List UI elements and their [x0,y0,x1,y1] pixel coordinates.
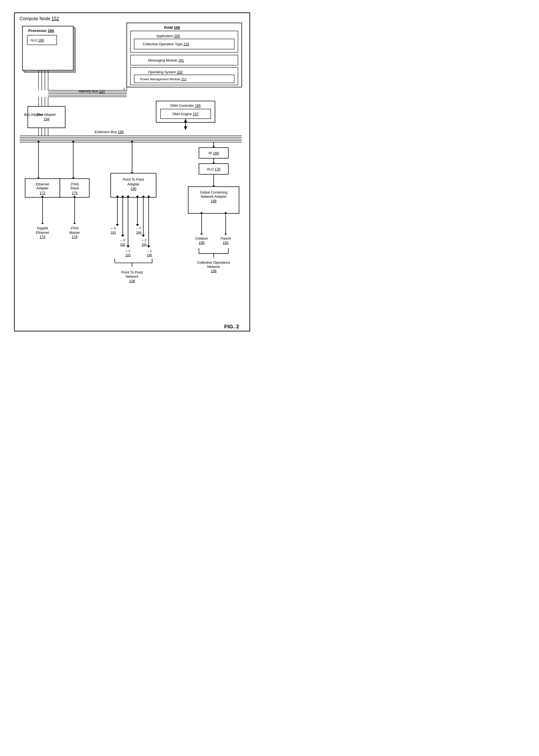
gcna-num: 188 [211,199,217,203]
link-185-num: 185 [141,242,147,246]
jtag-master-label2: Master [69,230,80,234]
msg-module-label: Messaging Module 161 [148,58,184,62]
bus-adapter-num: 194 [43,117,49,121]
ptp-network-label1: Point To Point [121,271,143,274]
ptp-network-label2: Network [126,275,139,279]
link-181-num: 181 [111,230,116,234]
jtag-slave-label: JTAG [70,182,79,186]
ptp-adapter-label2: Adapter [127,182,139,186]
ptp-adapter-label1: Point To Point [123,178,144,182]
cot-label: Collective Operation Type 210 [143,42,189,46]
ptp-adapter-num: 180 [130,187,136,191]
pmm-label: Power Management Module 212 [140,77,187,81]
ethernet-adapter-label2: Adapter [37,186,49,190]
link-181-label: + X [111,226,116,230]
ext-bus-label: Extension Bus 168 [95,130,124,134]
link-182-label: − X [120,239,125,242]
link-184-label: − Y [136,226,141,230]
ptp-network-num: 108 [129,279,135,283]
children-num: 190 [199,240,205,244]
children-label: Children [195,236,208,240]
con-label1: Collective Operations [197,260,230,264]
con-label2: Network [207,265,220,269]
ethernet-adapter-num: 172 [40,191,45,195]
os-label: Operating System 162 [148,70,183,74]
link-182-num: 182 [120,242,125,246]
dma-engine-label: DMA Engine 197 [173,112,198,116]
dma-controller-label: DMA Controller 195 [171,104,201,108]
gigabit-eth-num: 174 [40,235,45,239]
jtag-master-num: 178 [72,235,77,239]
gcna-label2: Network Adapter [201,195,226,199]
parent-num: 192 [223,240,229,244]
link-183-label: + Y [125,249,130,253]
page: Compute Node 152 Processor 164 ALU 166 R… [6,4,263,374]
gigabit-eth-label1: Gigabit [37,226,48,230]
bus-adapter-label2: Bus Adapter [37,113,56,116]
fig-label: FIG. 2 [224,324,239,329]
parent-label: Parent [221,236,231,240]
memory-bus-label: Memory Bus 154 [79,89,105,93]
application-label: Application 200 [156,34,180,38]
ethernet-adapter-label: Ethernet [36,182,49,186]
link-186-num: 186 [147,253,152,256]
compute-node-label: Compute Node 152 [20,16,59,21]
ir-label: IR 169 [208,151,219,155]
link-185-label: + Z [142,239,146,242]
link-184-num: 184 [136,230,142,234]
svg-rect-8 [130,55,238,65]
link-183-num: 183 [125,253,131,256]
jtag-slave-label2: Slave [70,186,79,190]
diagram-svg: Compute Node 152 Processor 164 ALU 166 R… [12,10,258,358]
jtag-slave-num: 176 [72,191,77,195]
alu-net-label: ALU 170 [207,167,220,171]
con-num: 106 [211,269,217,273]
processor-label: Processor 164 [28,29,54,33]
link-186-label: − Z [147,249,152,253]
gcna-label1: Global Combining [200,191,228,194]
jtag-master-label1: JTAG [70,226,79,230]
ram-label: RAM 156 [164,25,180,29]
alu-proc-label: ALU 166 [31,38,44,42]
gigabit-eth-label2: Ethernet [36,230,49,234]
